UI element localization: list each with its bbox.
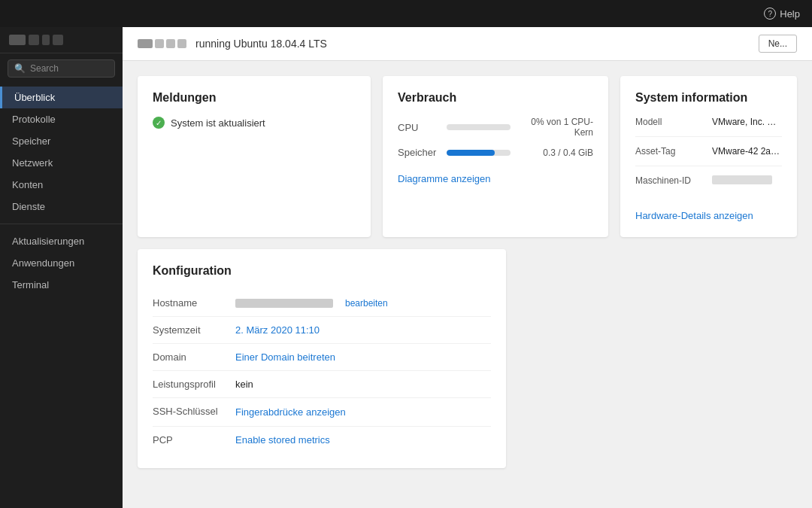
vm-header: running Ubuntu 18.04.4 LTS Ne... [123, 27, 812, 61]
maschinen-key: Maschinen-ID [635, 175, 703, 186]
meldungen-title: Meldungen [153, 91, 356, 105]
speicher-label: Speicher [398, 147, 439, 158]
cpu-label: CPU [398, 122, 439, 133]
sidebar-item-overview[interactable]: Überblick [0, 87, 123, 108]
system-info-card: System information Modell VMware, Inc. V… [620, 76, 797, 237]
leistung-key: Leistungsprofil [153, 379, 228, 390]
ssh-key: SSH-Schlüssel [153, 406, 228, 418]
verbrauch-card: Verbrauch CPU 0% von 1 CPU-Kern Speicher [383, 76, 608, 237]
verbrauch-title: Verbrauch [398, 91, 593, 105]
sidebar-item-updates[interactable]: Aktualisierungen [0, 230, 123, 252]
cpu-value: 0% von 1 CPU-Kern [518, 117, 593, 138]
help-icon: ? [764, 8, 776, 20]
vmh-block-1 [138, 39, 153, 48]
maschinen-row: Maschinen-ID [635, 175, 782, 195]
asset-key: Asset-Tag [635, 146, 703, 157]
vm-block-1 [9, 35, 26, 45]
search-input[interactable] [30, 63, 108, 74]
sidebar-item-protocols[interactable]: Protokolle [0, 108, 123, 130]
vm-icon-blocks [138, 39, 186, 48]
hostname-row: Hostname bearbeiten [153, 290, 491, 317]
modell-val: VMware, Inc. VMware Virtual P... [712, 117, 782, 127]
vm-action-button[interactable]: Ne... [759, 35, 797, 53]
sidebar-item-storage[interactable]: Speicher [0, 130, 123, 152]
search-icon: 🔍 [14, 63, 26, 74]
vmh-block-4 [177, 39, 186, 48]
meldungen-status-text: System ist aktualisiert [171, 117, 265, 129]
search-box: 🔍 [8, 59, 115, 78]
domain-row: Domain Einer Domain beitreten [153, 344, 491, 371]
cpu-usage-row: CPU 0% von 1 CPU-Kern [398, 117, 593, 138]
konfiguration-title: Konfiguration [153, 264, 491, 278]
vm-header-actions: Ne... [759, 35, 797, 53]
topbar: ? Help [0, 0, 812, 27]
vm-status-text: running Ubuntu 18.04.4 LTS [195, 38, 327, 50]
pcp-val[interactable]: Enable stored metrics [235, 434, 330, 446]
main-content: Meldungen ✓ System ist aktualisiert Verb… [123, 61, 812, 508]
sidebar-item-applications[interactable]: Anwendungen [0, 252, 123, 274]
nav-divider [0, 224, 123, 224]
sidebar-item-accounts[interactable]: Konten [0, 174, 123, 196]
status-ok-icon: ✓ [153, 117, 165, 129]
leistung-val: kein [235, 379, 253, 390]
sidebar-vm-icon [0, 27, 123, 53]
asset-val: VMware-42 2a 28 be 0a de 5c... cf 40 49 … [712, 146, 782, 157]
ssh-val[interactable]: Fingerabdrücke anzeigen [235, 406, 346, 418]
nav-secondary-group: Aktualisierungen Anwendungen Terminal [0, 227, 123, 299]
speicher-progress-bg [447, 150, 511, 156]
ssh-row: SSH-Schlüssel Fingerabdrücke anzeigen [153, 398, 491, 427]
systemzeit-key: Systemzeit [153, 324, 228, 336]
sidebar-item-network[interactable]: Netzwerk [0, 152, 123, 174]
hardware-details-link[interactable]: Hardware-Details anzeigen [635, 210, 753, 221]
main-layout: 🔍 Überblick Protokolle Speicher Netzwerk… [0, 27, 812, 508]
vm-block-4 [53, 35, 63, 45]
pcp-key: PCP [153, 434, 228, 446]
sidebar-item-terminal[interactable]: Terminal [0, 274, 123, 296]
nav-primary-group: Überblick Protokolle Speicher Netzwerk K… [0, 84, 123, 221]
meldungen-card: Meldungen ✓ System ist aktualisiert [138, 76, 371, 237]
hostname-edit-link[interactable]: bearbeiten [345, 298, 388, 309]
pcp-row: PCP Enable stored metrics [153, 427, 491, 453]
hostname-key: Hostname [153, 297, 228, 309]
speicher-value: 0.3 / 0.4 GiB [518, 148, 593, 158]
systemzeit-val[interactable]: 2. März 2020 11:10 [235, 324, 320, 336]
sidebar-item-services[interactable]: Dienste [0, 196, 123, 217]
konfiguration-card: Konfiguration Hostname bearbeiten System… [138, 249, 506, 468]
top-cards-row: Meldungen ✓ System ist aktualisiert Verb… [138, 76, 797, 237]
modell-key: Modell [635, 117, 703, 127]
speicher-usage-row: Speicher 0.3 / 0.4 GiB [398, 147, 593, 158]
maschinen-val-blurred [712, 175, 772, 184]
asset-row: Asset-Tag VMware-42 2a 28 be 0a de 5c...… [635, 146, 782, 166]
modell-row: Modell VMware, Inc. VMware Virtual P... [635, 117, 782, 137]
sidebar: 🔍 Überblick Protokolle Speicher Netzwerk… [0, 27, 123, 508]
systemzeit-row: Systemzeit 2. März 2020 11:10 [153, 317, 491, 344]
vm-block-3 [42, 35, 50, 45]
system-info-title: System information [635, 91, 782, 105]
content-area: running Ubuntu 18.04.4 LTS Ne... Meldung… [123, 27, 812, 508]
leistung-row: Leistungsprofil kein [153, 371, 491, 398]
meldungen-status-row: ✓ System ist aktualisiert [153, 117, 356, 129]
vmh-block-2 [155, 39, 164, 48]
speicher-progress-fill [447, 150, 495, 156]
domain-val[interactable]: Einer Domain beitreten [235, 351, 335, 363]
help-button[interactable]: ? Help [764, 8, 800, 20]
vm-block-2 [29, 35, 39, 45]
domain-key: Domain [153, 351, 228, 363]
help-label: Help [780, 8, 800, 20]
vmh-block-3 [166, 39, 175, 48]
cpu-progress-bg [447, 124, 511, 130]
hostname-val-blurred [235, 299, 333, 308]
diagramme-link[interactable]: Diagramme anzeigen [398, 173, 491, 184]
